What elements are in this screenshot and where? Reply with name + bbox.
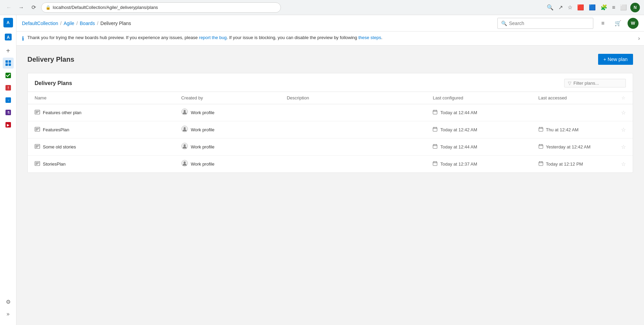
filter-box[interactable]: ▽ (564, 79, 626, 87)
table-row[interactable]: StoriesPlan Work profile Today at 12:37 … (28, 156, 633, 173)
plan-star-cell-1[interactable]: ☆ (614, 121, 633, 139)
sidebar-repos-icon[interactable]: ⑂ (3, 95, 14, 106)
ext1-icon[interactable]: 🟥 (576, 3, 585, 12)
bookmark-icon[interactable]: ☆ (566, 3, 574, 12)
plan-name-cell-2[interactable]: Some old stories (28, 139, 174, 156)
plan-star-cell-2[interactable]: ☆ (614, 139, 633, 156)
plan-created-cell-2: Work profile (174, 139, 280, 156)
filter-input[interactable] (573, 81, 621, 86)
svg-point-47 (184, 144, 186, 146)
star-icon-0[interactable]: ☆ (621, 110, 626, 116)
reload-button[interactable]: ⟳ (29, 3, 38, 12)
address-bar[interactable]: 🔒 localhost/DefaultCollection/Agile/_del… (41, 2, 281, 13)
plans-table: Name Created by Description Last configu… (28, 92, 633, 172)
org-avatar[interactable]: A (3, 18, 13, 27)
these-steps-link[interactable]: these steps (358, 35, 381, 40)
browser-user-avatar[interactable]: N (630, 3, 640, 12)
user-icon-0 (181, 108, 188, 117)
plan-configured-cell-3: Today at 12:37 AM (426, 156, 531, 173)
user-avatar[interactable]: W (628, 18, 639, 29)
svg-rect-52 (539, 145, 543, 148)
cal-icon-configured-0 (433, 110, 437, 116)
sidebar-create-icon[interactable]: + (3, 45, 14, 56)
breadcrumb-agile[interactable]: Agile (64, 21, 74, 26)
share-icon[interactable]: ↗ (557, 3, 564, 12)
user-icon-2 (181, 143, 188, 151)
svg-rect-63 (433, 162, 437, 166)
topnav-list-icon[interactable]: ≡ (597, 18, 608, 29)
forward-button[interactable]: → (16, 3, 26, 12)
plan-name-cell-3[interactable]: StoriesPlan (28, 156, 174, 173)
ext5-icon[interactable]: ⬜ (619, 3, 628, 12)
breadcrumb-defaultcollection[interactable]: DefaultCollection (22, 21, 58, 26)
plan-name-cell-0[interactable]: Features other plan (28, 104, 174, 121)
search-input[interactable] (509, 21, 590, 26)
azure-devops-icon[interactable]: A (3, 32, 14, 43)
table-row[interactable]: FeaturesPlan Work profile Today at 12:42… (28, 121, 633, 139)
sidebar-expand-icon[interactable]: » (3, 309, 14, 320)
sidebar-settings-icon[interactable]: ⚙ (3, 296, 14, 307)
plan-desc-cell-1 (280, 121, 426, 139)
plan-star-cell-0[interactable]: ☆ (614, 104, 633, 121)
svg-rect-22 (433, 110, 437, 114)
svg-point-62 (184, 161, 186, 164)
star-header-icon: ☆ (621, 95, 626, 100)
plan-configured-cell-2: Today at 12:44 AM (426, 139, 531, 156)
cal-icon-accessed-3 (538, 161, 543, 167)
search-box[interactable]: 🔍 (497, 18, 593, 29)
ext3-icon[interactable]: 🧩 (599, 3, 609, 12)
svg-text:⑂: ⑂ (7, 99, 9, 102)
report-bug-link[interactable]: report the bug (199, 35, 227, 40)
cal-icon-accessed-1 (538, 127, 543, 133)
new-plan-button[interactable]: + New plan (598, 54, 633, 65)
sidebar-boards-icon[interactable] (3, 58, 14, 69)
star-icon-1[interactable]: ☆ (621, 127, 626, 133)
plan-star-cell-3[interactable]: ☆ (614, 156, 633, 173)
svg-text:⚗: ⚗ (7, 111, 10, 115)
lock-icon: 🔒 (46, 5, 51, 10)
search-action-icon[interactable]: 🔍 (545, 3, 555, 12)
cal-icon-configured-3 (433, 161, 437, 167)
back-button[interactable]: ← (4, 3, 14, 12)
svg-rect-37 (539, 128, 543, 131)
plan-created-by-2: Work profile (191, 144, 214, 149)
topnav: DefaultCollection / Agile / Boards / Del… (16, 15, 644, 32)
breadcrumb-boards[interactable]: Boards (80, 21, 95, 26)
plan-created-by-3: Work profile (191, 161, 214, 167)
breadcrumb: DefaultCollection / Agile / Boards / Del… (22, 21, 131, 26)
sidebar-pipelines-icon[interactable]: ▶ (3, 119, 14, 130)
plan-accessed-text-2: Yesterday at 12:42 AM (546, 144, 591, 149)
plans-card: Delivery Plans ▽ Name Created by Descrip… (27, 73, 633, 173)
app-layout: A A + ! ⑂ ⚗ ▶ ⚙ » D (0, 15, 644, 325)
star-icon-3[interactable]: ☆ (621, 161, 626, 167)
svg-point-32 (184, 127, 186, 129)
col-header-name: Name (28, 92, 174, 104)
plan-created-by-0: Work profile (191, 110, 214, 115)
table-row[interactable]: Some old stories Work profile Today at 1… (28, 139, 633, 156)
plan-configured-text-3: Today at 12:37 AM (440, 161, 477, 167)
sidebar-alerts-icon[interactable]: ! (3, 82, 14, 93)
plan-configured-cell-1: Today at 12:42 AM (426, 121, 531, 139)
plan-configured-text-0: Today at 12:44 AM (440, 110, 477, 115)
plan-accessed-text-3: Today at 12:12 PM (546, 161, 583, 167)
content-area: Delivery Plans + New plan Delivery Plans… (16, 46, 644, 181)
cal-icon-accessed-2 (538, 144, 543, 150)
ext4-icon[interactable]: ≡ (611, 3, 617, 12)
sidebar-test-icon[interactable]: ⚗ (3, 107, 14, 118)
star-icon-2[interactable]: ☆ (621, 144, 626, 150)
plan-desc-cell-3 (280, 156, 426, 173)
plan-accessed-cell-2: Yesterday at 12:42 AM (532, 139, 615, 156)
user-icon-3 (181, 160, 188, 168)
banner-close-button[interactable]: › (638, 35, 640, 41)
col-header-accessed: Last accessed (532, 92, 615, 104)
sidebar-tasks-icon[interactable] (3, 70, 14, 81)
col-header-description: Description (280, 92, 426, 104)
topnav-basket-icon[interactable]: 🛒 (612, 18, 623, 29)
plan-name-cell-1[interactable]: FeaturesPlan (28, 121, 174, 139)
svg-rect-15 (35, 110, 40, 114)
cal-icon-configured-2 (433, 144, 437, 150)
table-row[interactable]: Features other plan Work profile Today a… (28, 104, 633, 121)
plan-icon-1 (35, 127, 40, 133)
plan-created-by-1: Work profile (191, 127, 214, 132)
ext2-icon[interactable]: 🟦 (587, 3, 597, 12)
